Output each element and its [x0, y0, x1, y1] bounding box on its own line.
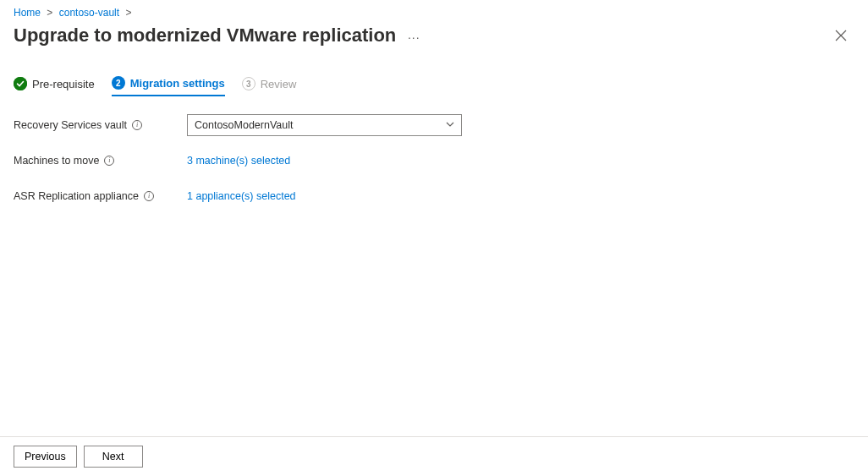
step-number-icon: 2	[112, 76, 125, 90]
breadcrumb-home[interactable]: Home	[14, 7, 41, 19]
more-actions-icon[interactable]: ···	[408, 30, 420, 44]
label-recovery-vault: Recovery Services vault	[14, 119, 187, 131]
svg-point-0	[14, 77, 27, 90]
row-recovery-vault: Recovery Services vault ContosoModernVau…	[14, 113, 854, 137]
step-label: Migration settings	[130, 77, 225, 90]
machines-selected-link[interactable]: 3 machine(s) selected	[187, 155, 290, 167]
info-icon[interactable]	[104, 156, 114, 166]
step-review[interactable]: 3 Review	[242, 77, 297, 96]
check-icon	[14, 77, 27, 90]
wizard-footer: Previous Next	[0, 436, 868, 476]
info-icon[interactable]	[144, 191, 154, 201]
breadcrumb-sep: >	[125, 7, 131, 19]
step-prerequisite[interactable]: Pre-requisite	[14, 77, 95, 96]
step-number-icon: 3	[242, 77, 255, 90]
recovery-vault-select[interactable]: ContosoModernVault	[187, 114, 462, 136]
step-migration-settings[interactable]: 2 Migration settings	[112, 76, 225, 96]
wizard-steps: Pre-requisite 2 Migration settings 3 Rev…	[0, 56, 868, 96]
step-label: Review	[261, 78, 297, 90]
appliance-selected-link[interactable]: 1 appliance(s) selected	[187, 190, 296, 202]
breadcrumb: Home > contoso-vault >	[0, 0, 868, 22]
breadcrumb-sep: >	[47, 7, 52, 19]
info-icon[interactable]	[132, 120, 142, 130]
row-appliance: ASR Replication appliance 1 appliance(s)…	[14, 184, 854, 208]
close-button[interactable]	[827, 22, 854, 49]
previous-button[interactable]: Previous	[14, 446, 77, 468]
label-text: ASR Replication appliance	[14, 190, 139, 202]
label-text: Recovery Services vault	[14, 119, 127, 131]
breadcrumb-vault[interactable]: contoso-vault	[59, 7, 119, 19]
chevron-down-icon	[446, 119, 454, 131]
next-button[interactable]: Next	[84, 446, 143, 468]
row-machines: Machines to move 3 machine(s) selected	[14, 149, 854, 172]
label-appliance: ASR Replication appliance	[14, 190, 187, 202]
migration-settings-form: Recovery Services vault ContosoModernVau…	[0, 96, 868, 208]
select-value: ContosoModernVault	[195, 119, 294, 131]
step-label: Pre-requisite	[32, 78, 95, 90]
page-header: Upgrade to modernized VMware replication…	[0, 22, 868, 56]
close-icon	[835, 30, 847, 41]
page-title: Upgrade to modernized VMware replication	[14, 25, 396, 46]
label-machines: Machines to move	[14, 155, 187, 167]
label-text: Machines to move	[14, 155, 99, 167]
